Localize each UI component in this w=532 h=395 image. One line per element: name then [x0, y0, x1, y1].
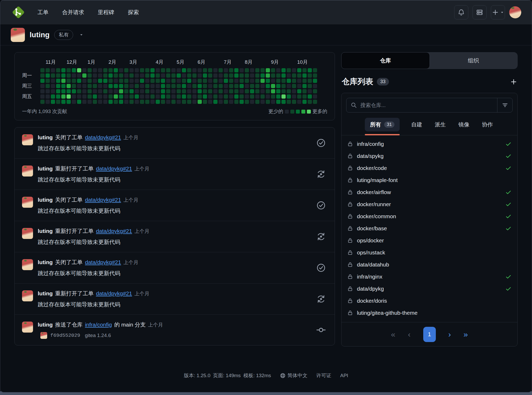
tab-repositories[interactable]: 仓库: [341, 52, 430, 69]
heatmap-cell: [266, 68, 270, 72]
profile-dropdown-caret[interactable]: [78, 31, 85, 38]
activity-user-link[interactable]: luting: [38, 322, 53, 328]
activity-comment: 跳过存在版本可能导致未更新代码: [38, 207, 315, 215]
heatmap-cell: [124, 73, 128, 78]
heatmap-cell: [224, 100, 228, 104]
heatmap-cell: [245, 94, 249, 99]
heatmap-cell: [198, 89, 202, 93]
heatmap-row: [22, 68, 327, 72]
admin-panel-button[interactable]: [473, 5, 487, 19]
activity-user-link[interactable]: luting: [38, 134, 53, 141]
add-repo-button[interactable]: [510, 78, 517, 85]
pagination-page-current[interactable]: 1: [423, 327, 436, 342]
notifications-button[interactable]: [454, 5, 468, 19]
heatmap-cell: [56, 94, 60, 99]
activity-repo-link[interactable]: infra/config: [85, 322, 112, 328]
activity-repo-link[interactable]: data/dpykg#21: [96, 290, 132, 297]
heatmap-cell: [40, 84, 45, 88]
language-menu[interactable]: 简体中文: [280, 372, 307, 379]
heatmap-cell: [245, 73, 249, 78]
nav-link-3[interactable]: 探索: [128, 9, 139, 16]
gitea-logo[interactable]: [11, 5, 26, 20]
filter-tab-3[interactable]: 镜像: [457, 118, 470, 131]
nav-link-2[interactable]: 里程碑: [98, 9, 114, 16]
lock-icon: [347, 298, 353, 304]
repo-row[interactable]: docker/common: [341, 210, 517, 222]
repo-row[interactable]: luting/gitea-github-theme: [341, 307, 517, 319]
pagination-next-button[interactable]: ›: [448, 330, 451, 338]
heatmap-cell: [208, 94, 212, 99]
activity-user-link[interactable]: luting: [38, 228, 53, 234]
repo-row[interactable]: data/dpykg: [341, 283, 517, 295]
repo-row[interactable]: data/spykg: [341, 150, 517, 162]
filter-tab-0[interactable]: 所有31: [365, 118, 400, 131]
repo-row[interactable]: infra/nginx: [341, 271, 517, 283]
heatmap-cell: [281, 100, 286, 104]
activity-user-link[interactable]: luting: [38, 197, 53, 203]
heatmap-cell: [67, 79, 71, 83]
activity-repo-link[interactable]: data/dpykg#21: [85, 259, 121, 265]
nav-link-0[interactable]: 工单: [37, 9, 48, 16]
repo-filter-button[interactable]: [497, 98, 512, 112]
heatmap-cell: [98, 84, 102, 88]
repo-row[interactable]: ops/rustack: [341, 247, 517, 259]
repo-row[interactable]: luting/maple-font: [341, 174, 517, 186]
heatmap-cell: [245, 100, 249, 104]
repo-row[interactable]: docker/runner: [341, 198, 517, 210]
heatmap-cell: [302, 94, 307, 99]
filter-tab-1[interactable]: 自建: [410, 118, 423, 131]
filter-tab-2[interactable]: 派生: [434, 118, 447, 131]
filter-tab-4[interactable]: 协作: [481, 118, 494, 131]
heatmap-cell: [276, 79, 280, 83]
heatmap-cell: [313, 84, 317, 88]
heatmap-cell: [203, 79, 207, 83]
repo-row[interactable]: docker/base: [341, 222, 517, 234]
repo-row[interactable]: data/datahub: [341, 259, 517, 271]
plus-icon: [510, 78, 517, 85]
commit-hash-link[interactable]: f69d552029: [50, 333, 80, 338]
heatmap-cell: [114, 68, 118, 72]
activity-repo-link[interactable]: data/dpykg#21: [96, 228, 132, 234]
heatmap-month-label: 1月: [88, 59, 95, 66]
issue-closed-icon: [315, 259, 327, 277]
create-new-button[interactable]: [491, 5, 505, 19]
api-link[interactable]: API: [340, 373, 348, 378]
repo-row[interactable]: docker/airflow: [341, 186, 517, 198]
repo-name: docker/runner: [357, 201, 391, 207]
tab-organizations[interactable]: 组织: [430, 52, 518, 69]
repo-row[interactable]: docker/doris: [341, 295, 517, 307]
heatmap-cell: [208, 79, 212, 83]
status-success-icon: [505, 286, 512, 292]
repo-row[interactable]: docker/code: [341, 162, 517, 174]
activity-repo-link[interactable]: data/dpykg#21: [96, 166, 132, 172]
heatmap-cell: [266, 94, 270, 99]
repo-row[interactable]: infra/config: [341, 138, 517, 150]
heatmap-cell: [171, 89, 176, 93]
navbar-avatar[interactable]: [509, 6, 521, 18]
heatmap-cell: [161, 100, 165, 104]
legend-swatch: [296, 110, 300, 114]
activity-user-link[interactable]: luting: [38, 290, 53, 297]
pagination-last-button[interactable]: »: [464, 330, 468, 338]
pagination-prev-button[interactable]: ‹: [408, 330, 411, 338]
license-link[interactable]: 许可证: [316, 372, 331, 379]
activity-repo-link[interactable]: data/dpykg#21: [85, 197, 121, 203]
heatmap-cell: [88, 94, 92, 99]
repo-name: ops/rustack: [357, 249, 385, 256]
heatmap-cell: [150, 73, 155, 78]
activity-repo-link[interactable]: data/dpykg#21: [85, 134, 121, 141]
activity-user-link[interactable]: luting: [38, 166, 53, 172]
repo-search-input[interactable]: [360, 98, 497, 112]
repo-row[interactable]: ops/docker: [341, 234, 517, 247]
heatmap-cell: [56, 100, 60, 104]
heatmap-cell: [129, 68, 134, 72]
activity-user-link[interactable]: luting: [38, 259, 53, 265]
heatmap-cell: [67, 68, 71, 72]
repo-name: luting/maple-font: [357, 177, 398, 183]
pagination-first-button[interactable]: «: [391, 330, 395, 338]
nav-link-1[interactable]: 合并请求: [62, 9, 84, 16]
heatmap-cell: [203, 94, 207, 99]
heatmap-cell: [287, 89, 291, 93]
heatmap-cell: [129, 73, 134, 78]
heatmap-months: 11月12月1月2月3月4月5月6月7月8月9月10月: [22, 59, 327, 66]
